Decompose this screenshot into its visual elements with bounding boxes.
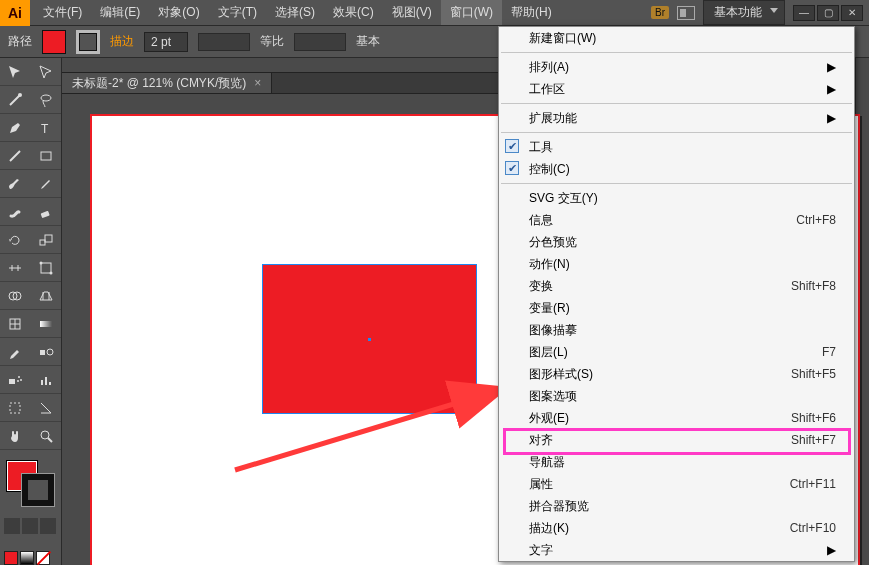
stroke-profile-dropdown[interactable] [198, 33, 250, 51]
menu-separations-preview[interactable]: 分色预览 [499, 231, 854, 253]
check-icon: ✔ [505, 161, 519, 175]
document-tab[interactable]: 未标题-2* @ 121% (CMYK/预览) × [62, 73, 272, 93]
close-tab-icon[interactable]: × [254, 76, 261, 90]
svg-line-3 [10, 151, 20, 161]
arrange-documents-icon[interactable] [677, 6, 695, 20]
menu-actions[interactable]: 动作(N) [499, 253, 854, 275]
menu-svg-interact[interactable]: SVG 交互(Y) [499, 187, 854, 209]
menu-layers[interactable]: 图层(L)F7 [499, 341, 854, 363]
menu-file[interactable]: 文件(F) [34, 0, 91, 25]
width-tool-icon[interactable] [0, 254, 31, 282]
menu-help[interactable]: 帮助(H) [502, 0, 561, 25]
check-icon: ✔ [505, 139, 519, 153]
gradient-mode-icon[interactable] [20, 551, 34, 565]
symbol-sprayer-tool-icon[interactable] [0, 366, 31, 394]
selection-type-label: 路径 [8, 33, 32, 50]
shape-builder-tool-icon[interactable] [0, 282, 31, 310]
paintbrush-tool-icon[interactable] [0, 170, 31, 198]
menu-select[interactable]: 选择(S) [266, 0, 324, 25]
menu-extensions[interactable]: 扩展功能▶ [499, 107, 854, 129]
slice-tool-icon[interactable] [31, 394, 62, 422]
menu-transform[interactable]: 变换Shift+F8 [499, 275, 854, 297]
menu-control[interactable]: ✔控制(C) [499, 158, 854, 180]
pencil-tool-icon[interactable] [31, 170, 62, 198]
draw-inside-icon[interactable] [40, 518, 56, 534]
svg-point-0 [18, 93, 22, 97]
svg-point-18 [18, 376, 20, 378]
bridge-icon[interactable]: Br [651, 6, 669, 19]
zoom-tool-icon[interactable] [31, 422, 62, 450]
stroke-label[interactable]: 描边 [110, 33, 134, 50]
perspective-grid-tool-icon[interactable] [31, 282, 62, 310]
menu-appearance[interactable]: 外观(E)Shift+F6 [499, 407, 854, 429]
svg-rect-8 [41, 263, 51, 273]
scale-tool-icon[interactable] [31, 226, 62, 254]
menu-view[interactable]: 视图(V) [383, 0, 441, 25]
menu-window[interactable]: 窗口(W) [441, 0, 502, 25]
none-mode-icon[interactable] [36, 551, 50, 565]
stroke-swatch[interactable] [76, 30, 100, 54]
artboard-tool-icon[interactable] [0, 394, 31, 422]
menu-attributes[interactable]: 属性Ctrl+F11 [499, 473, 854, 495]
svg-rect-4 [41, 152, 51, 160]
type-tool-icon[interactable]: T [31, 114, 62, 142]
window-maximize-button[interactable]: ▢ [817, 5, 839, 21]
svg-rect-6 [40, 240, 45, 245]
mesh-tool-icon[interactable] [0, 310, 31, 338]
brush-definition-dropdown[interactable] [294, 33, 346, 51]
menu-workspace[interactable]: 工作区▶ [499, 78, 854, 100]
menu-image-trace[interactable]: 图像描摹 [499, 319, 854, 341]
menu-edit[interactable]: 编辑(E) [91, 0, 149, 25]
eraser-tool-icon[interactable] [31, 198, 62, 226]
gradient-tool-icon[interactable] [31, 310, 62, 338]
selection-tool-icon[interactable] [0, 58, 31, 86]
pen-tool-icon[interactable] [0, 114, 31, 142]
free-transform-tool-icon[interactable] [31, 254, 62, 282]
menu-tools[interactable]: ✔工具 [499, 136, 854, 158]
menu-info[interactable]: 信息Ctrl+F8 [499, 209, 854, 231]
menu-variables[interactable]: 变量(R) [499, 297, 854, 319]
lasso-tool-icon[interactable] [31, 86, 62, 114]
stroke-color-icon[interactable] [22, 474, 54, 506]
fill-swatch[interactable] [42, 30, 66, 54]
menu-flattener-preview[interactable]: 拼合器预览 [499, 495, 854, 517]
window-menu-dropdown: 新建窗口(W) 排列(A)▶ 工作区▶ 扩展功能▶ ✔工具 ✔控制(C) SVG… [498, 26, 855, 562]
window-close-button[interactable]: ✕ [841, 5, 863, 21]
menu-stroke[interactable]: 描边(K)Ctrl+F10 [499, 517, 854, 539]
magic-wand-tool-icon[interactable] [0, 86, 31, 114]
brush-scale-label: 等比 [260, 33, 284, 50]
svg-rect-21 [41, 380, 43, 385]
style-label-truncated: 基本 [356, 33, 380, 50]
menu-graphic-styles[interactable]: 图形样式(S)Shift+F5 [499, 363, 854, 385]
menu-navigator[interactable]: 导航器 [499, 451, 854, 473]
menu-new-window[interactable]: 新建窗口(W) [499, 27, 854, 49]
rotate-tool-icon[interactable] [0, 226, 31, 254]
direct-selection-tool-icon[interactable] [31, 58, 62, 86]
blob-brush-tool-icon[interactable] [0, 198, 31, 226]
svg-rect-22 [45, 377, 47, 385]
workspace-dropdown[interactable]: 基本功能 [703, 0, 785, 25]
menu-arrange[interactable]: 排列(A)▶ [499, 56, 854, 78]
color-mode-icon[interactable] [4, 551, 18, 565]
svg-rect-14 [40, 321, 52, 327]
menu-object[interactable]: 对象(O) [149, 0, 208, 25]
menu-effect[interactable]: 效果(C) [324, 0, 383, 25]
menu-type[interactable]: 文字(T) [209, 0, 266, 25]
line-tool-icon[interactable] [0, 142, 31, 170]
rectangle-tool-icon[interactable] [31, 142, 62, 170]
window-minimize-button[interactable]: — [793, 5, 815, 21]
menu-align[interactable]: 对齐Shift+F7 [499, 429, 854, 451]
submenu-arrow-icon: ▶ [827, 543, 836, 557]
column-graph-tool-icon[interactable] [31, 366, 62, 394]
svg-rect-7 [45, 235, 52, 242]
fill-stroke-controls[interactable] [0, 456, 61, 516]
menu-pattern-options[interactable]: 图案选项 [499, 385, 854, 407]
svg-text:T: T [41, 122, 49, 136]
stroke-weight-field[interactable]: 2 pt [144, 32, 188, 52]
draw-behind-icon[interactable] [22, 518, 38, 534]
menu-type-submenu[interactable]: 文字▶ [499, 539, 854, 561]
hand-tool-icon[interactable] [0, 422, 31, 450]
blend-tool-icon[interactable] [31, 338, 62, 366]
eyedropper-tool-icon[interactable] [0, 338, 31, 366]
draw-normal-icon[interactable] [4, 518, 20, 534]
